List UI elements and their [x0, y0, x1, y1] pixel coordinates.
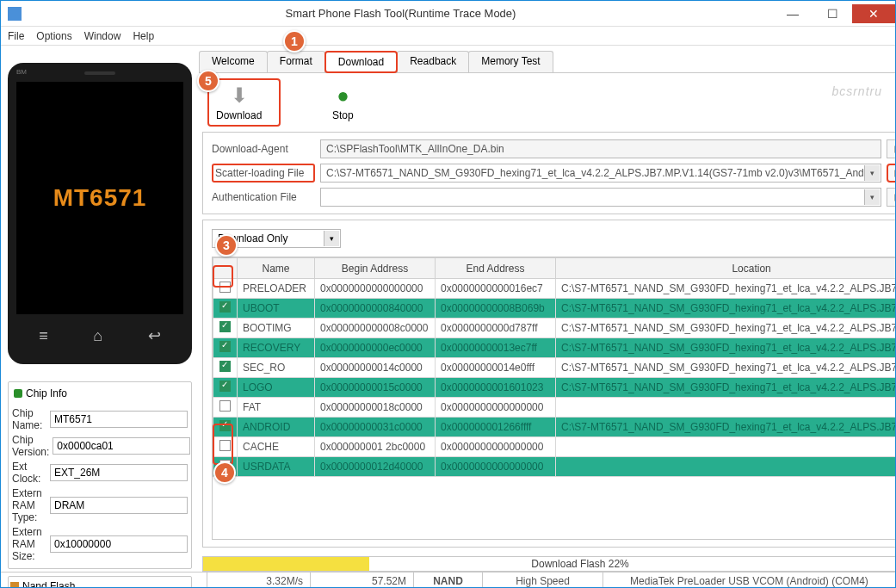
da-field[interactable]: C:\SPFlashTool\MTK_AllInOne_DA.bin [320, 139, 881, 158]
table-row[interactable]: BOOTIMG 0x000000000008c0000 0x0000000000… [213, 319, 897, 338]
auth-field[interactable]: ▾ [320, 188, 881, 207]
tab-download[interactable]: Download [324, 51, 398, 73]
chip-value[interactable] [50, 464, 188, 481]
phone-model: MT6571 [53, 184, 147, 212]
phone-brand: BM [16, 68, 27, 76]
file-selection-panel: Download-Agent C:\SPFlashTool\MTK_AllInO… [202, 132, 896, 214]
scatter-label: Scatter-loading File [212, 164, 315, 183]
row-location: C:\S7-MT6571_NAND_SM_G930FD_hexing71_et_… [556, 418, 897, 437]
row-begin: 0x00000000018c0000 [315, 398, 436, 418]
stop-button[interactable]: ● Stop [331, 84, 355, 121]
menu-options[interactable]: Options [36, 30, 71, 42]
da-label: Download-Agent [212, 143, 315, 155]
scatter-row: Scatter-loading File C:\S7-MT6571_NAND_S… [212, 164, 896, 183]
chevron-down-icon[interactable]: ▾ [864, 189, 880, 205]
row-checkbox[interactable] [219, 282, 231, 293]
row-end: 0x000000001266ffff [436, 418, 556, 437]
window-title: Smart Phone Flash Tool(Runtime Trace Mod… [28, 7, 773, 20]
chip-label: Chip Version: [12, 434, 49, 458]
row-end: 0x0000000000000000 [436, 457, 556, 477]
row-checkbox[interactable] [219, 420, 231, 431]
col-check[interactable] [213, 258, 238, 279]
table-row[interactable]: PRELOADER 0x0000000000000000 0x000000000… [213, 279, 897, 299]
table-row[interactable]: LOGO 0x00000000015c0000 0x00000000016010… [213, 378, 897, 398]
watermark: bcsrntru [831, 84, 882, 98]
tab-readback[interactable]: Readback [397, 51, 469, 72]
chip-label: Chip Name: [12, 407, 46, 431]
close-button[interactable]: ✕ [852, 4, 895, 23]
row-name: ANDROID [238, 418, 315, 437]
app-icon [8, 7, 22, 21]
chevron-down-icon[interactable]: ▾ [324, 231, 339, 246]
row-location [556, 398, 897, 418]
chip-row: Chip Name: [12, 407, 188, 431]
row-begin: 0x0000000000840000 [315, 299, 436, 319]
row-begin: 0x0000000012d40000 [315, 457, 436, 477]
menubar: File Options Window Help [1, 27, 895, 46]
row-begin: 0x0000000000000000 [315, 279, 436, 299]
table-row[interactable]: ANDROID 0x00000000031c0000 0x00000000126… [213, 418, 897, 437]
status-usb: High Speed [483, 573, 603, 588]
table-row[interactable]: USRDATA 0x0000000012d40000 0x00000000000… [213, 457, 897, 477]
tabs: Welcome Format Download Readback Memory … [199, 51, 896, 73]
col-name: Name [238, 258, 315, 279]
chip-value[interactable] [50, 411, 188, 428]
row-location [556, 437, 897, 457]
row-begin: 0x0000000000ec0000 [315, 338, 436, 358]
auth-row: Authentication File ▾ choose [212, 188, 896, 207]
callout-4: 4 [213, 461, 236, 484]
statusbar: 3.32M/s 57.52M NAND High Speed MediaTek … [1, 572, 895, 588]
chip-row: Chip Version: [12, 434, 188, 458]
row-checkbox[interactable] [219, 440, 231, 451]
partition-panel: Download Only ▾ 3 Name Begin Address End… [202, 220, 896, 548]
chip-value[interactable] [50, 535, 188, 553]
row-checkbox[interactable] [219, 341, 231, 352]
phone-speaker [84, 71, 115, 75]
chip-row: Ext Clock: [12, 461, 188, 485]
auth-choose-button[interactable]: choose [887, 188, 896, 207]
menu-help[interactable]: Help [133, 30, 154, 42]
row-end: 0x0000000000016ec7 [436, 279, 556, 299]
row-name: FAT [238, 398, 315, 418]
chevron-down-icon[interactable]: ▾ [864, 165, 880, 181]
download-icon: ⬇ [227, 84, 251, 108]
da-choose-button[interactable]: choose [887, 139, 896, 158]
row-end: 0x00000000013ec7ff [436, 338, 556, 358]
scatter-choose-button[interactable]: choose [887, 164, 896, 183]
titlebar: Smart Phone Flash Tool(Runtime Trace Mod… [1, 1, 895, 27]
table-row[interactable]: UBOOT 0x0000000000840000 0x00000000008B0… [213, 299, 897, 319]
chip-info-title: Chip Info [26, 387, 67, 399]
row-begin: 0x00000000015c0000 [315, 378, 436, 398]
menu-window[interactable]: Window [84, 30, 121, 42]
chip-value[interactable] [53, 437, 190, 455]
download-button[interactable]: ⬇ Download [216, 84, 262, 121]
table-row[interactable]: CACHE 0x000000001 2bc0000 0x000000000000… [213, 437, 897, 457]
row-end: 0x0000000001601023 [436, 378, 556, 398]
table-row[interactable]: SEC_RO 0x00000000014c0000 0x00000000014e… [213, 358, 897, 378]
window-controls: — ☐ ✕ [773, 4, 895, 23]
chip-value[interactable] [50, 497, 188, 514]
row-end: 0x0000000000000000 [436, 437, 556, 457]
maximize-button[interactable]: ☐ [813, 4, 852, 23]
tab-format[interactable]: Format [267, 51, 325, 72]
row-location: C:\S7-MT6571_NAND_SM_G930FD_hexing71_et_… [556, 299, 897, 319]
row-checkbox[interactable] [219, 361, 231, 372]
stop-label: Stop [332, 109, 354, 121]
row-name: RECOVERY [238, 338, 315, 358]
da-row: Download-Agent C:\SPFlashTool\MTK_AllInO… [212, 139, 896, 158]
callout-5: 5 [197, 70, 219, 92]
minimize-button[interactable]: — [773, 4, 813, 23]
table-row[interactable]: FAT 0x00000000018c0000 0x000000000000000… [213, 398, 897, 418]
tab-memory-test[interactable]: Memory Test [468, 51, 553, 72]
row-checkbox[interactable] [219, 400, 231, 412]
home-icon: ⌂ [93, 327, 102, 345]
progress-label: Download Flash 22% [531, 558, 628, 570]
table-row[interactable]: RECOVERY 0x0000000000ec0000 0x0000000001… [213, 338, 897, 358]
row-location: C:\S7-MT6571_NAND_SM_G930FD_hexing71_et_… [556, 358, 897, 378]
row-checkbox[interactable] [219, 301, 231, 313]
row-checkbox[interactable] [219, 381, 231, 392]
menu-file[interactable]: File [8, 30, 24, 42]
callout-3: 3 [215, 234, 238, 257]
row-checkbox[interactable] [219, 321, 231, 332]
scatter-field[interactable]: C:\S7-MT6571_NAND_SM_G930FD_hexing71_et_… [320, 164, 881, 183]
